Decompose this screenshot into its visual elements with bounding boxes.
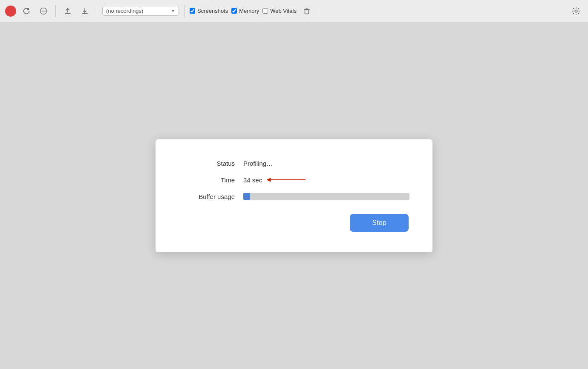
web-vitals-label: Web Vitals	[270, 8, 297, 14]
memory-label: Memory	[239, 8, 259, 14]
stop-button[interactable]: Stop	[350, 214, 409, 232]
status-label: Status	[179, 160, 235, 167]
web-vitals-checkbox[interactable]	[262, 8, 268, 14]
buffer-row: Buffer usage	[179, 193, 409, 200]
screenshots-checkbox[interactable]	[190, 8, 195, 14]
buffer-bar-fill	[243, 193, 250, 200]
status-row: Status Profiling…	[179, 160, 409, 167]
upload-button[interactable]	[61, 4, 75, 18]
status-value: Profiling…	[243, 160, 273, 167]
divider-2	[97, 5, 97, 17]
arrow-line	[267, 179, 306, 180]
web-vitals-checkbox-label[interactable]: Web Vitals	[262, 8, 297, 14]
recordings-value: (no recordings)	[106, 8, 143, 14]
time-text: 34 sec	[243, 176, 262, 184]
download-icon	[81, 7, 89, 15]
time-label: Time	[179, 176, 235, 184]
main-area: Status Profiling… Time 34 sec Buffer usa…	[0, 22, 588, 369]
buffer-label: Buffer usage	[179, 193, 235, 200]
svg-point-9	[575, 10, 577, 12]
trash-icon	[303, 7, 311, 15]
chevron-down-icon: ▼	[171, 9, 175, 13]
screenshots-label: Screenshots	[197, 8, 228, 14]
trash-button[interactable]	[300, 4, 314, 18]
buffer-bar-container	[243, 193, 409, 200]
no-entry-icon	[40, 7, 47, 15]
memory-checkbox[interactable]	[231, 8, 237, 14]
screenshots-checkbox-label[interactable]: Screenshots	[190, 8, 228, 14]
stop-button-row: Stop	[179, 214, 409, 232]
toolbar-right	[569, 4, 583, 18]
reload-button[interactable]	[20, 4, 33, 18]
time-value: 34 sec	[243, 176, 306, 184]
time-row: Time 34 sec	[179, 176, 409, 184]
divider-3	[184, 5, 184, 17]
settings-button[interactable]	[569, 4, 583, 18]
divider-4	[319, 5, 319, 17]
svg-rect-4	[305, 9, 308, 14]
reload-icon	[23, 7, 30, 15]
buffer-value	[243, 193, 409, 200]
recordings-dropdown[interactable]: (no recordings) ▼	[102, 6, 179, 16]
divider-1	[55, 5, 56, 17]
download-button[interactable]	[78, 4, 92, 18]
time-arrow-annotation	[267, 179, 306, 180]
record-button[interactable]	[5, 6, 16, 17]
upload-icon	[64, 7, 72, 15]
toolbar: (no recordings) ▼ Screenshots Memory Web…	[0, 0, 588, 22]
settings-icon	[572, 7, 580, 15]
profiling-card: Status Profiling… Time 34 sec Buffer usa…	[156, 139, 432, 252]
memory-checkbox-label[interactable]: Memory	[231, 8, 259, 14]
no-entry-button[interactable]	[37, 4, 50, 18]
